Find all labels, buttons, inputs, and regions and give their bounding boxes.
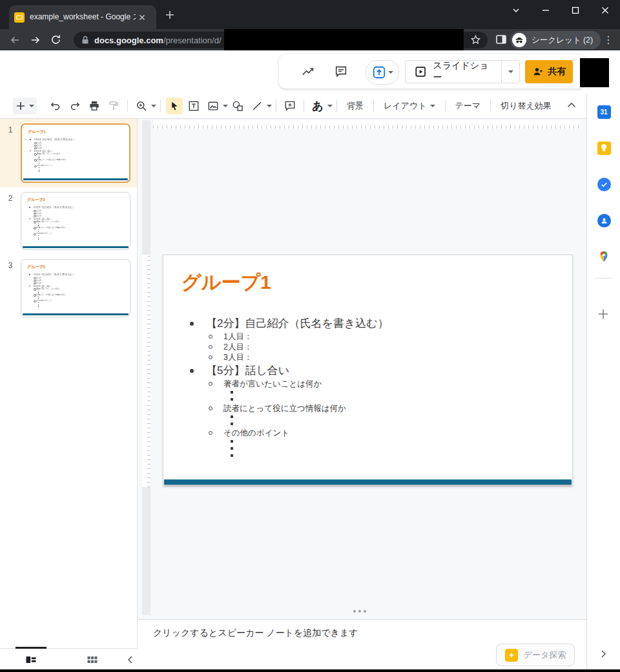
slide-thumbnail-row-3[interactable]: 3グループ3【2分】自己紹介（氏名を書き込む）1人目：2人目：3人目：【5分】話… (0, 255, 137, 322)
speaker-notes-panel[interactable]: クリックするとスピーカー ノートを追加できます データ探索 (138, 619, 586, 669)
shape-tool-icon[interactable] (229, 98, 246, 114)
window-close-button[interactable] (590, 0, 620, 21)
collapse-toolbar-icon[interactable] (564, 98, 579, 112)
slide-thumbnail[interactable]: グループ2【2分】自己紹介（氏名を書き込む）1人目：2人目：3人目：【5分】話し… (21, 192, 130, 250)
print-icon[interactable] (86, 98, 103, 114)
reload-icon[interactable] (50, 34, 61, 45)
zoom-icon[interactable] (133, 98, 150, 114)
thumbnail-slide-title: グループ2 (27, 197, 45, 203)
contacts-icon[interactable] (597, 213, 611, 227)
square-bullet-icon (231, 391, 233, 394)
new-slide-button[interactable] (13, 98, 37, 114)
google-side-panel: 31 (586, 94, 620, 669)
side-panel-icon[interactable] (495, 34, 507, 45)
paint-format-icon[interactable] (105, 98, 122, 114)
thumbnail-accent-bar (23, 313, 129, 315)
side-panel-divider (595, 278, 612, 278)
line-tool-icon[interactable] (249, 98, 265, 114)
incognito-label: シークレット (2) (532, 35, 593, 46)
slide-title[interactable]: グループ1 (181, 269, 271, 296)
layout-button[interactable]: レイアウト (378, 100, 441, 112)
horizontal-ruler (153, 120, 581, 129)
insert-image-icon[interactable] (205, 98, 222, 114)
window-maximize-button[interactable] (561, 0, 590, 21)
tab-close-icon[interactable] (137, 12, 147, 23)
browser-menu-kebab-icon[interactable]: ⋮ (603, 34, 614, 46)
slide-thumbnail[interactable]: グループ1【2分】自己紹介（氏名を書き込む）1人目：2人目：3人目：【5分】話し… (21, 123, 130, 183)
grid-view-icon[interactable] (86, 653, 99, 666)
slide-number: 2 (0, 192, 21, 203)
browser-tab[interactable]: example_worksheet - Google スラ (9, 5, 156, 29)
present-caret-icon[interactable] (388, 71, 393, 74)
slide-thumbnail-row-1[interactable]: 1グループ1【2分】自己紹介（氏名を書き込む）1人目：2人目：3人目：【5分】話… (0, 119, 137, 187)
select-tool-icon[interactable] (166, 98, 183, 114)
add-addon-icon[interactable] (596, 307, 610, 321)
explore-button[interactable]: データ探索 (496, 644, 575, 666)
image-caret-icon[interactable] (223, 105, 228, 107)
present-button[interactable] (366, 60, 399, 85)
bullet-l2: 2人目： (163, 342, 572, 352)
back-icon[interactable] (9, 34, 21, 46)
keep-icon[interactable] (597, 141, 611, 155)
circle-bullet-icon (209, 382, 212, 386)
slideshow-dropdown[interactable] (501, 61, 519, 83)
notes-resize-handle[interactable] (353, 610, 366, 613)
window-menu-chevron-icon[interactable] (501, 0, 531, 21)
bullet-l2: その他のポイント (163, 428, 572, 438)
comment-history-icon[interactable] (334, 65, 348, 79)
circle-bullet-icon (209, 431, 212, 435)
add-comment-icon[interactable] (282, 98, 298, 114)
slide-number: 1 (0, 123, 21, 134)
bullet-l3 (163, 438, 572, 445)
url-redaction (224, 29, 464, 50)
window-controls (501, 0, 620, 21)
thumbnail-accent-bar (23, 246, 129, 248)
slideshow-button[interactable]: スライドショー (405, 60, 520, 83)
bullet-l1: 【2分】自己紹介（氏名を書き込む） (163, 315, 572, 331)
text-format-tool[interactable]: あ (309, 98, 326, 114)
slideshow-label: スライドショー (433, 60, 492, 83)
circle-bullet-icon (209, 335, 212, 339)
text-format-caret-icon[interactable] (327, 105, 333, 107)
calendar-icon[interactable]: 31 (597, 105, 611, 119)
redo-icon[interactable] (67, 98, 83, 114)
zoom-caret-icon[interactable] (151, 105, 156, 107)
square-bullet-icon (38, 238, 39, 239)
background-button[interactable]: 背景 (341, 100, 369, 112)
slides-favicon (14, 12, 25, 23)
slideshow-main[interactable]: スライドショー (406, 61, 501, 83)
transition-button[interactable]: 切り替え効果 (495, 100, 557, 112)
disc-bullet-icon (29, 218, 30, 220)
speaker-notes-placeholder[interactable]: クリックするとスピーカー ノートを追加できます (153, 627, 358, 639)
activity-trend-icon[interactable] (301, 65, 315, 79)
line-caret-icon[interactable] (267, 105, 272, 107)
disc-bullet-icon (29, 286, 30, 287)
slide-editor[interactable]: グループ1 【2分】自己紹介（氏名を書き込む）1人目：2人目：3人目：【5分】話… (163, 255, 573, 487)
slide-thumbnail[interactable]: グループ3【2分】自己紹介（氏名を書き込む）1人目：2人目：3人目：【5分】話し… (21, 259, 130, 317)
slide-body-text[interactable]: 【2分】自己紹介（氏名を書き込む）1人目：2人目：3人目：【5分】話し合い著者が… (163, 315, 572, 459)
bullet-l3 (163, 389, 572, 396)
slide-thumbnail-row-2[interactable]: 2グループ2【2分】自己紹介（氏名を書き込む）1人目：2人目：3人目：【5分】話… (0, 187, 137, 255)
present-up-arrow-icon (372, 65, 386, 79)
new-tab-button[interactable] (165, 10, 174, 19)
maps-icon[interactable] (597, 249, 611, 264)
forward-icon[interactable] (30, 34, 41, 46)
text-box-icon[interactable] (185, 98, 202, 114)
bullet-l1: 【5分】話し合い (163, 362, 572, 379)
collapse-filmstrip-icon[interactable] (124, 653, 137, 666)
lock-icon (81, 36, 89, 45)
bookmark-star-icon[interactable] (470, 34, 481, 45)
disc-bullet-icon (30, 151, 31, 152)
share-button[interactable]: 共有 (525, 60, 573, 83)
bullet-l3 (163, 452, 572, 459)
filmstrip-view-icon[interactable] (25, 653, 37, 666)
slide-filmstrip: 1グループ1【2分】自己紹介（氏名を書き込む）1人目：2人目：3人目：【5分】話… (0, 119, 138, 648)
window-minimize-button[interactable] (531, 0, 561, 21)
undo-icon[interactable] (47, 98, 64, 114)
square-bullet-icon (231, 415, 233, 418)
account-avatar-redacted[interactable] (580, 58, 609, 87)
square-bullet-icon (39, 171, 39, 171)
theme-button[interactable]: テーマ (450, 100, 487, 112)
collapse-side-panel-icon[interactable] (597, 647, 610, 660)
tasks-icon[interactable] (597, 177, 611, 191)
